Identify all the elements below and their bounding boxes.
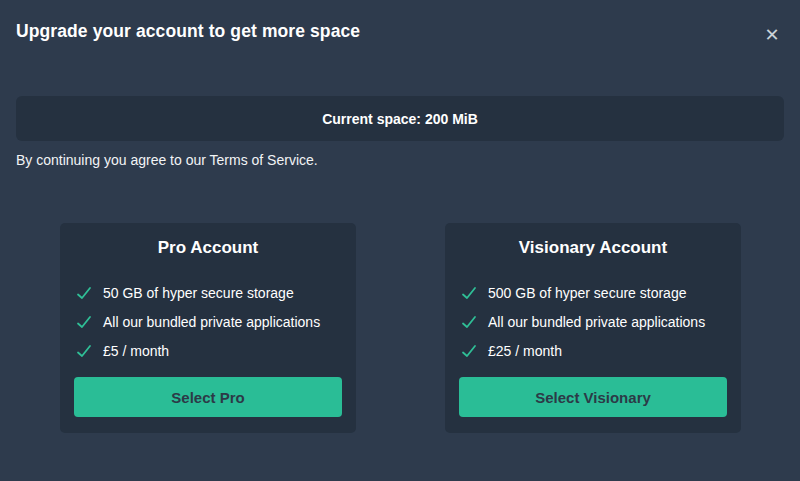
plan-title-visionary: Visionary Account — [459, 238, 727, 258]
check-icon — [461, 314, 477, 330]
check-icon — [76, 314, 92, 330]
plan-features-visionary: 500 GB of hyper secure storage All our b… — [459, 278, 727, 365]
page-title: Upgrade your account to get more space — [16, 21, 360, 42]
feature-row: All our bundled private applications — [74, 307, 342, 336]
terms-prefix-text: By continuing you agree to our — [16, 152, 210, 168]
select-visionary-button[interactable]: Select Visionary — [459, 377, 727, 417]
terms-line: By continuing you agree to our Terms of … — [16, 152, 318, 168]
check-icon — [76, 343, 92, 359]
feature-label: £25 / month — [488, 343, 562, 359]
plan-title-pro: Pro Account — [74, 238, 342, 258]
plan-card-visionary: Visionary Account 500 GB of hyper secure… — [445, 223, 741, 433]
current-space-text: Current space: 200 MiB — [322, 111, 478, 127]
plan-features-pro: 50 GB of hyper secure storage All our bu… — [74, 278, 342, 365]
feature-row: 500 GB of hyper secure storage — [459, 278, 727, 307]
current-space-banner: Current space: 200 MiB — [16, 96, 784, 141]
feature-row: All our bundled private applications — [459, 307, 727, 336]
feature-label: 500 GB of hyper secure storage — [488, 285, 686, 301]
feature-label: All our bundled private applications — [488, 314, 705, 330]
check-icon — [461, 285, 477, 301]
feature-row: £5 / month — [74, 336, 342, 365]
plan-card-pro: Pro Account 50 GB of hyper secure storag… — [60, 223, 356, 433]
select-pro-button[interactable]: Select Pro — [74, 377, 342, 417]
feature-row: £25 / month — [459, 336, 727, 365]
feature-label: £5 / month — [103, 343, 169, 359]
feature-label: All our bundled private applications — [103, 314, 320, 330]
check-icon — [461, 343, 477, 359]
check-icon — [76, 285, 92, 301]
feature-label: 50 GB of hyper secure storage — [103, 285, 294, 301]
feature-row: 50 GB of hyper secure storage — [74, 278, 342, 307]
terms-of-service-link[interactable]: Terms of Service. — [210, 152, 318, 168]
close-icon[interactable]: ✕ — [758, 21, 786, 49]
